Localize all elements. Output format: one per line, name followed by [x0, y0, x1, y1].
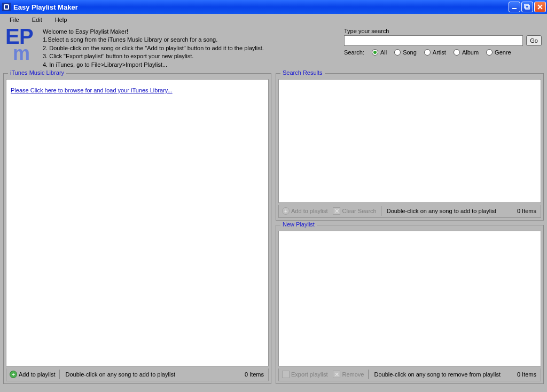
newpl-hint: Double-click on any song to remove from …: [372, 371, 513, 378]
radio-icon: [454, 49, 460, 56]
radio-genre[interactable]: Genre: [486, 49, 511, 56]
divider: [59, 370, 60, 379]
menu-bar: File Edit Help: [0, 14, 547, 26]
export-icon: [282, 371, 290, 378]
plus-icon: +: [282, 207, 290, 215]
results-clear-button: ✕ Clear Search: [332, 207, 377, 215]
search-go-button[interactable]: Go: [526, 35, 542, 46]
main-area: iTunes Music Library Please Click here t…: [0, 73, 547, 387]
window-title: Easy Playlist Maker: [13, 3, 509, 11]
newpl-count: 0 Items: [517, 371, 538, 378]
divider: [368, 370, 369, 379]
library-add-button[interactable]: + Add to playlist: [9, 371, 56, 378]
app-logo: EPm: [5, 28, 37, 65]
remove-button: ✕ Remove: [332, 371, 365, 378]
window-titlebar: Easy Playlist Maker: [0, 0, 547, 14]
panel-library: iTunes Music Library Please Click here t…: [3, 73, 271, 384]
welcome-step4: 4. In iTunes, go to File>Library>Import …: [43, 61, 264, 69]
radio-icon: [486, 49, 493, 56]
welcome-heading: Welcome to Easy Playlist Maker!: [43, 28, 264, 36]
radio-icon: [372, 49, 378, 56]
search-results-list[interactable]: [278, 79, 541, 203]
app-icon: [2, 3, 11, 11]
load-library-link[interactable]: Please Click here to browse for and load…: [11, 87, 173, 93]
results-count: 0 Items: [517, 208, 538, 214]
welcome-instructions: Welcome to Easy Playlist Maker! 1.Select…: [43, 28, 264, 69]
svg-rect-1: [525, 4, 528, 8]
library-footer: + Add to playlist Double-click on any so…: [6, 369, 269, 381]
x-icon: ✕: [333, 207, 340, 215]
search-input[interactable]: [344, 35, 523, 46]
panel-search-results: Search Results + Add to playlist ✕ Clear…: [276, 73, 544, 221]
radio-icon: [394, 49, 401, 56]
radio-song[interactable]: Song: [394, 49, 417, 56]
panel-search-legend: Search Results: [280, 69, 325, 76]
new-playlist-list[interactable]: [278, 231, 541, 366]
results-footer: + Add to playlist ✕ Clear Search Double-…: [278, 205, 541, 218]
results-hint: Double-click on any song to add to playl…: [385, 208, 514, 214]
radio-album[interactable]: Album: [454, 49, 479, 56]
menu-help[interactable]: Help: [50, 15, 73, 24]
welcome-step2: 2. Double-click on the song or click the…: [43, 44, 264, 52]
minimize-button[interactable]: [509, 2, 520, 12]
export-playlist-button: Export playlist: [281, 371, 329, 378]
panel-library-legend: iTunes Music Library: [8, 69, 66, 76]
maximize-button[interactable]: [521, 2, 533, 12]
library-list[interactable]: Please Click here to browse for and load…: [6, 79, 269, 366]
welcome-step3: 3. Click "Export playlist" button to exp…: [43, 52, 264, 60]
search-filter-label: Search:: [344, 49, 364, 56]
x-icon: ✕: [333, 371, 340, 378]
radio-all[interactable]: All: [372, 49, 387, 56]
radio-icon: [424, 49, 431, 56]
svg-rect-0: [512, 8, 517, 9]
radio-artist[interactable]: Artist: [424, 49, 446, 56]
library-hint: Double-click on any song to add to playl…: [63, 371, 241, 378]
library-count: 0 Items: [245, 371, 266, 378]
menu-file[interactable]: File: [4, 15, 25, 24]
divider: [381, 206, 381, 216]
results-add-button: + Add to playlist: [281, 207, 329, 215]
search-label: Type your search: [344, 28, 542, 34]
close-button[interactable]: [534, 2, 546, 12]
panel-newpl-legend: New Playlist: [280, 221, 317, 228]
panel-new-playlist: New Playlist Export playlist ✕ Remove Do…: [276, 225, 544, 384]
plus-icon: +: [10, 371, 17, 378]
welcome-step1: 1.Select a song from the iTunes Music Li…: [43, 36, 264, 44]
top-area: EPm Welcome to Easy Playlist Maker! 1.Se…: [0, 26, 547, 73]
newpl-footer: Export playlist ✕ Remove Double-click on…: [278, 369, 541, 381]
menu-edit[interactable]: Edit: [27, 15, 48, 24]
svg-rect-2: [526, 5, 529, 9]
